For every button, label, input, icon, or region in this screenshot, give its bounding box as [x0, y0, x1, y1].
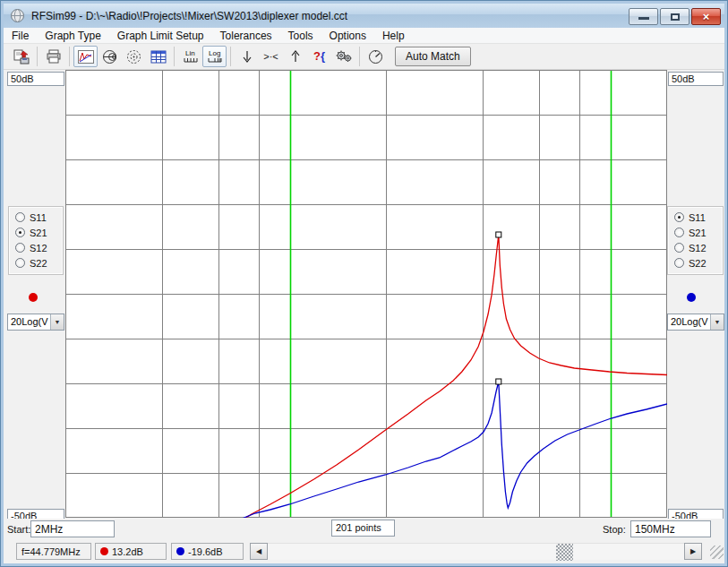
print-icon	[46, 49, 62, 64]
restore-button[interactable]	[660, 8, 689, 25]
cursor-scrollbar-track[interactable]	[268, 543, 684, 560]
radio-button-icon	[15, 243, 25, 253]
radio-label: S11	[689, 212, 706, 223]
menu-graph-limit-setup[interactable]: Graph Limit Setup	[109, 29, 212, 43]
graph-area[interactable]	[65, 70, 667, 518]
settings-button[interactable]	[331, 46, 355, 67]
tune-button[interactable]	[364, 46, 388, 67]
left-format-combo[interactable]: 20Log(V ▼	[7, 314, 64, 331]
radio-s22[interactable]: S22	[9, 255, 63, 271]
left-trace-color-dot	[29, 293, 38, 302]
table-button[interactable]	[146, 46, 170, 67]
arrow-down-icon	[241, 49, 253, 64]
menu-options[interactable]: Options	[321, 29, 374, 43]
radio-s12[interactable]: S12	[668, 240, 723, 255]
radio-label: S21	[30, 228, 47, 238]
log-scale-icon: Log	[207, 48, 223, 64]
radio-s21[interactable]: S21	[668, 225, 723, 240]
polar-chart-icon	[126, 49, 141, 64]
window-title: RFSim99 - D:\~\Radio\!Projects\!Mixer\SW…	[31, 10, 347, 22]
menu-graph-type[interactable]: Graph Type	[37, 29, 108, 43]
chart-svg	[65, 70, 667, 518]
right-sparam-group: S11S21S12S22	[667, 206, 724, 275]
app-window: RFSim99 - D:\~\Radio\!Projects\!Mixer\SW…	[0, 0, 728, 567]
range-row: Start: 2MHz 201 points Stop: 150MHz	[4, 519, 724, 540]
auto-match-button[interactable]: Auto Match	[395, 47, 471, 66]
minimize-button[interactable]	[629, 8, 658, 25]
cursor-frequency-value: f=44.779MHz	[21, 546, 81, 557]
gears-icon	[335, 49, 353, 64]
resize-grip[interactable]	[710, 546, 724, 559]
radio-button-icon	[674, 212, 684, 222]
radio-label: S22	[689, 258, 707, 269]
start-frequency-input[interactable]: 2MHz	[30, 520, 115, 537]
title-bar[interactable]: RFSim99 - D:\~\Radio\!Projects\!Mixer\SW…	[4, 4, 724, 28]
toolbar-separator	[230, 47, 231, 66]
restore-icon	[671, 13, 680, 21]
dial-icon	[368, 49, 383, 64]
right-top-scale-field[interactable]: 50dB	[668, 72, 724, 86]
radio-s12[interactable]: S12	[9, 240, 63, 255]
cursor-scrollbar-thumb[interactable]	[556, 544, 573, 561]
toolbar: Lin Log >·< ?{	[4, 44, 724, 70]
red-dot-icon	[100, 547, 108, 555]
query-insert-button[interactable]: ?{	[307, 46, 331, 67]
toolbar-separator	[174, 47, 175, 66]
menu-tolerances[interactable]: Tolerances	[212, 29, 280, 43]
chevron-down-icon[interactable]: ▼	[50, 314, 64, 330]
radio-button-icon	[674, 258, 684, 268]
left-top-scale-field[interactable]: 50dB	[7, 72, 64, 86]
radio-label: S21	[689, 228, 707, 238]
log-scale-button[interactable]: Log	[202, 46, 227, 67]
menu-bar: FileGraph TypeGraph Limit SetupTolerance…	[4, 28, 724, 44]
save-button[interactable]	[9, 46, 33, 67]
radio-label: S12	[30, 243, 47, 253]
polar-chart-button[interactable]	[122, 46, 146, 67]
radio-label: S22	[30, 258, 47, 269]
stop-frequency-input[interactable]: 150MHz	[630, 520, 711, 537]
radio-button-icon	[15, 228, 25, 237]
rect-graph-button[interactable]	[73, 46, 98, 67]
toolbar-separator	[37, 47, 38, 66]
menu-help[interactable]: Help	[374, 29, 413, 43]
right-format-combo[interactable]: 20Log(V ▼	[667, 314, 724, 331]
menu-file[interactable]: File	[4, 29, 37, 43]
zoom-fit-button[interactable]: >·<	[259, 46, 283, 67]
svg-text:Lin: Lin	[185, 49, 195, 57]
radio-s11[interactable]: S11	[9, 210, 63, 225]
scrollbar-right-arrow[interactable]: ▶	[684, 543, 702, 560]
shift-down-button[interactable]	[235, 46, 259, 67]
print-button[interactable]	[41, 46, 65, 67]
points-field[interactable]: 201 points	[331, 520, 395, 537]
blue-trace-value: -19.6dB	[188, 546, 223, 557]
query-insert-icon: ?{	[313, 52, 325, 61]
svg-text:Log: Log	[209, 49, 220, 57]
chevron-down-icon[interactable]: ▼	[710, 314, 724, 330]
linear-scale-icon: Lin	[183, 48, 199, 64]
toolbar-separator	[69, 47, 70, 66]
linear-scale-button[interactable]: Lin	[178, 46, 202, 67]
toolbar-separator	[359, 47, 360, 66]
arrow-up-icon	[289, 49, 302, 64]
menu-tools[interactable]: Tools	[280, 29, 321, 43]
close-button[interactable]: ×	[691, 8, 721, 25]
client-area: 50dB S11S21S12S22 20Log(V ▼ -50dB 50dB S…	[4, 70, 724, 563]
save-icon	[13, 49, 30, 64]
rect-graph-icon	[78, 50, 94, 64]
radio-button-icon	[15, 212, 25, 222]
radio-button-icon	[15, 258, 25, 268]
zoom-fit-icon: >·<	[263, 52, 278, 61]
scrollbar-left-arrow[interactable]: ◀	[250, 543, 268, 560]
left-format-value: 20Log(V	[8, 314, 50, 330]
radio-s22[interactable]: S22	[668, 255, 723, 271]
smith-chart-button[interactable]	[98, 46, 122, 67]
cursor-frequency-cell: f=44.779MHz	[16, 543, 91, 560]
radio-s11[interactable]: S11	[668, 210, 723, 225]
app-icon	[10, 8, 25, 23]
radio-s21[interactable]: S21	[9, 225, 63, 240]
table-icon	[150, 50, 167, 64]
radio-label: S12	[689, 243, 707, 253]
shift-up-button[interactable]	[283, 46, 307, 67]
right-trace-color-dot	[687, 293, 696, 302]
red-trace-readout-cell: 13.2dB	[95, 543, 167, 560]
